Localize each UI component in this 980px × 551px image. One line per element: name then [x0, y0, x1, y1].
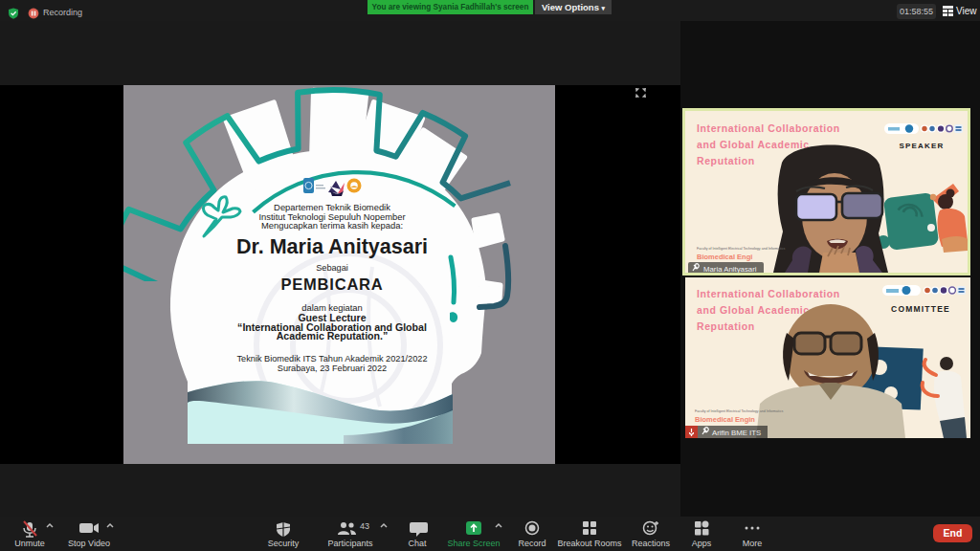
svg-text:Unmute: Unmute	[14, 539, 45, 548]
svg-text:and Global Academic: and Global Academic	[697, 304, 810, 316]
svg-text:Faculty of Intelligent Electri: Faculty of Intelligent Electrical Techno…	[697, 247, 785, 251]
svg-text:Biomedical Engin: Biomedical Engin	[695, 415, 755, 424]
svg-text:International Collaboration: International Collaboration	[697, 122, 840, 134]
svg-text:Share Screen: Share Screen	[447, 539, 500, 548]
svg-text:Academic Reputation.”: Academic Reputation.”	[277, 330, 389, 342]
svg-text:Sebagai: Sebagai	[316, 263, 348, 273]
svg-text:Maria Anityasari: Maria Anityasari	[703, 265, 757, 273]
svg-text:Faculty of Intelligent Electri: Faculty of Intelligent Electrical Techno…	[695, 409, 783, 413]
svg-text:Reputation: Reputation	[697, 320, 755, 332]
svg-text:Reputation: Reputation	[697, 155, 755, 166]
svg-text:PEMBICARA: PEMBICARA	[280, 276, 383, 293]
svg-text:Apps: Apps	[692, 539, 712, 548]
svg-text:Security: Security	[268, 539, 300, 548]
svg-text:Biomedical Engi: Biomedical Engi	[697, 253, 752, 261]
svg-text:International Collaboration: International Collaboration	[697, 288, 840, 299]
svg-text:Teknik Biomedik ITS Tahun Akad: Teknik Biomedik ITS Tahun Akademik 2021/…	[236, 354, 427, 364]
svg-text:dalam kegiatan: dalam kegiatan	[301, 302, 363, 313]
svg-text:Surabaya, 23 Februari 2022: Surabaya, 23 Februari 2022	[278, 364, 387, 373]
svg-text:43: 43	[360, 521, 369, 531]
svg-text:Participants: Participants	[327, 539, 373, 548]
svg-text:Mengucapkan terima kasih kepad: Mengucapkan terima kasih kepada:	[261, 220, 403, 231]
svg-text:Chat: Chat	[408, 539, 427, 548]
svg-text:Breakout Rooms: Breakout Rooms	[557, 539, 622, 548]
svg-text:Reactions: Reactions	[632, 539, 671, 548]
svg-text:More: More	[743, 539, 763, 548]
svg-text:and Global Academic: and Global Academic	[697, 139, 810, 150]
svg-text:SPEAKER: SPEAKER	[899, 142, 944, 150]
svg-text:Record: Record	[518, 539, 546, 548]
svg-text:Arifin BME ITS: Arifin BME ITS	[712, 429, 761, 437]
svg-text:Dr. Maria Anityasari: Dr. Maria Anityasari	[236, 235, 428, 258]
svg-text:Stop Video: Stop Video	[68, 539, 110, 548]
svg-text:COMMITTEE: COMMITTEE	[891, 304, 950, 314]
